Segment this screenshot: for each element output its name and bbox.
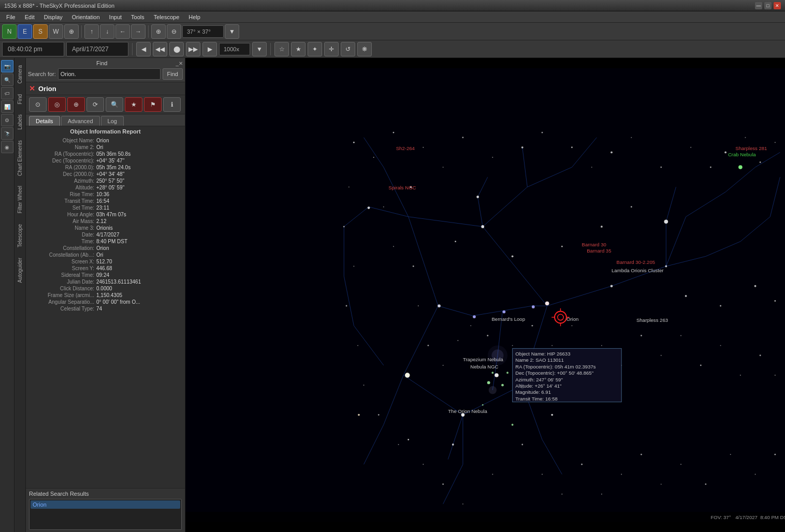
info-row: Transit Time:16:54 xyxy=(29,198,182,204)
svg-point-52 xyxy=(476,196,479,198)
play-back-fast-btn[interactable]: ◀◀ xyxy=(153,42,167,56)
constellation-lines: Sh2-264 Spirals NGC Barnard 35 Barnard 3… xyxy=(185,58,785,532)
camera-icon[interactable]: 📷 xyxy=(1,60,13,72)
info-label: Rise Time: xyxy=(29,191,96,197)
related-item[interactable]: Orion xyxy=(31,500,180,509)
menu-edit[interactable]: Edit xyxy=(21,13,39,21)
fov-dropdown-btn[interactable]: ▼ xyxy=(225,24,239,39)
play-forward-btn[interactable]: ▶▶ xyxy=(186,42,200,56)
vert-tab-labels[interactable]: Labels xyxy=(15,111,25,132)
find-icon[interactable]: 🔍 xyxy=(1,73,13,86)
svg-point-145 xyxy=(452,444,454,446)
telescope-icon[interactable]: 🔭 xyxy=(1,127,13,140)
autoguide-icon[interactable]: ◉ xyxy=(1,141,13,153)
filter-icon[interactable]: ⚙ xyxy=(1,114,13,126)
tb-btn-4[interactable]: W xyxy=(49,24,63,39)
menu-display[interactable]: Display xyxy=(40,13,67,21)
zoom-in-btn[interactable]: ⊕ xyxy=(151,24,166,39)
tab-details[interactable]: Details xyxy=(29,116,60,126)
svg-point-91 xyxy=(418,305,419,306)
vert-tab-camera[interactable]: Camera xyxy=(15,62,25,87)
star-btn-3[interactable]: ✦ xyxy=(308,42,322,56)
search-input[interactable] xyxy=(58,68,161,80)
svg-point-125 xyxy=(641,454,642,455)
star-btn-2[interactable]: ★ xyxy=(291,42,306,56)
crosshair-btn[interactable]: ✛ xyxy=(324,42,339,56)
info-label: Celestial Type: xyxy=(29,306,96,312)
refresh-btn[interactable]: ↺ xyxy=(341,42,355,56)
info-value: 512.70 xyxy=(96,259,182,264)
info-label: Screen Y: xyxy=(29,265,96,271)
menu-file[interactable]: File xyxy=(2,13,20,21)
bookmark-red-btn[interactable]: ★ xyxy=(125,97,142,112)
svg-text:Object Name: HIP 26633: Object Name: HIP 26633 xyxy=(515,351,570,357)
info-label: Frame Size (arcmi... xyxy=(29,292,96,298)
vert-tab-telescope[interactable]: Telescope xyxy=(15,221,25,250)
vert-tab-find[interactable]: Find xyxy=(15,91,25,107)
arrow-up-btn[interactable]: ↑ xyxy=(84,24,99,39)
vert-tab-chart[interactable]: Chart Elements xyxy=(15,137,25,179)
action-buttons: ⊙ ◎ ⊕ ⟳ 🔍 ★ ⚑ ℹ xyxy=(26,95,185,114)
chart-icon[interactable]: 📊 xyxy=(1,100,13,113)
target-red-btn[interactable]: ◎ xyxy=(48,97,66,112)
info-row: Name 2:Ori xyxy=(29,144,182,150)
star-btn-1[interactable]: ☆ xyxy=(274,42,289,56)
info-value: 1,150.4305 xyxy=(96,292,182,298)
tb-btn-2[interactable]: E xyxy=(18,24,32,39)
svg-point-182 xyxy=(501,384,504,387)
vert-tab-filter[interactable]: Filter Wheel xyxy=(15,183,25,216)
info-row: Screen X:512.70 xyxy=(29,259,182,264)
info-value: 05h 35m 24.0s xyxy=(96,165,182,170)
play-back-btn[interactable]: ◀ xyxy=(136,42,151,56)
center-btn[interactable]: ⊙ xyxy=(29,97,47,112)
minimize-button[interactable]: — xyxy=(755,2,762,9)
sky-map[interactable]: Sh2-264 Spirals NGC Barnard 35 Barnard 3… xyxy=(185,58,785,532)
close-button[interactable]: ✕ xyxy=(774,2,781,9)
info-row: Rise Time:10:36 xyxy=(29,191,182,197)
sync-btn[interactable]: ⟳ xyxy=(86,97,104,112)
find-close-btn[interactable]: ✕ xyxy=(179,61,183,66)
arrow-left-btn[interactable]: ← xyxy=(115,24,130,39)
vert-tab-autoguide[interactable]: Autoguider xyxy=(15,255,25,286)
fov-display: 37° × 37° xyxy=(182,25,224,38)
svg-point-46 xyxy=(405,373,410,378)
tab-log[interactable]: Log xyxy=(101,116,124,126)
svg-point-79 xyxy=(724,151,726,153)
svg-point-130 xyxy=(755,474,756,475)
svg-point-69 xyxy=(492,157,493,158)
svg-point-147 xyxy=(512,424,514,426)
tb-btn-5[interactable]: ⊕ xyxy=(64,24,79,39)
maximize-button[interactable]: □ xyxy=(764,2,772,9)
crosshair-red-btn[interactable]: ⊕ xyxy=(67,97,85,112)
obj-name: Orion xyxy=(38,85,56,93)
find-button[interactable]: Find xyxy=(163,68,183,80)
settings-btn[interactable]: ❋ xyxy=(357,42,372,56)
svg-point-122 xyxy=(581,464,583,465)
arrow-down-btn[interactable]: ↓ xyxy=(100,24,114,39)
menu-tools[interactable]: Tools xyxy=(127,13,149,21)
menu-help[interactable]: Help xyxy=(184,13,205,21)
tb-btn-1[interactable]: N xyxy=(2,24,17,39)
svg-text:Altitude: +26° 14' 41": Altitude: +26° 14' 41" xyxy=(515,383,561,389)
menu-input[interactable]: Input xyxy=(105,13,126,21)
tab-advanced[interactable]: Advanced xyxy=(61,116,100,126)
speed-dropdown-btn[interactable]: ▼ xyxy=(252,42,267,56)
zoom-out-btn[interactable]: ⊖ xyxy=(167,24,181,39)
svg-point-114 xyxy=(398,444,399,445)
svg-point-128 xyxy=(705,483,706,485)
svg-point-134 xyxy=(512,255,514,257)
svg-point-129 xyxy=(730,454,731,455)
play-btn[interactable]: ▶ xyxy=(202,42,217,56)
menu-telescope[interactable]: Telescope xyxy=(150,13,184,21)
svg-point-138 xyxy=(685,295,687,297)
tag-red-btn[interactable]: ⚑ xyxy=(144,97,162,112)
info-btn[interactable]: ℹ xyxy=(163,97,181,112)
play-pause-btn[interactable]: ⬤ xyxy=(169,42,184,56)
search2-btn[interactable]: 🔍 xyxy=(106,97,123,112)
tb-btn-3[interactable]: S xyxy=(33,24,48,39)
obj-x-icon: ✕ xyxy=(29,84,35,93)
arrow-right-btn[interactable]: → xyxy=(131,24,146,39)
menu-orientation[interactable]: Orientation xyxy=(68,13,104,21)
labels-icon[interactable]: 🏷 xyxy=(1,87,13,99)
svg-point-66 xyxy=(423,147,424,148)
